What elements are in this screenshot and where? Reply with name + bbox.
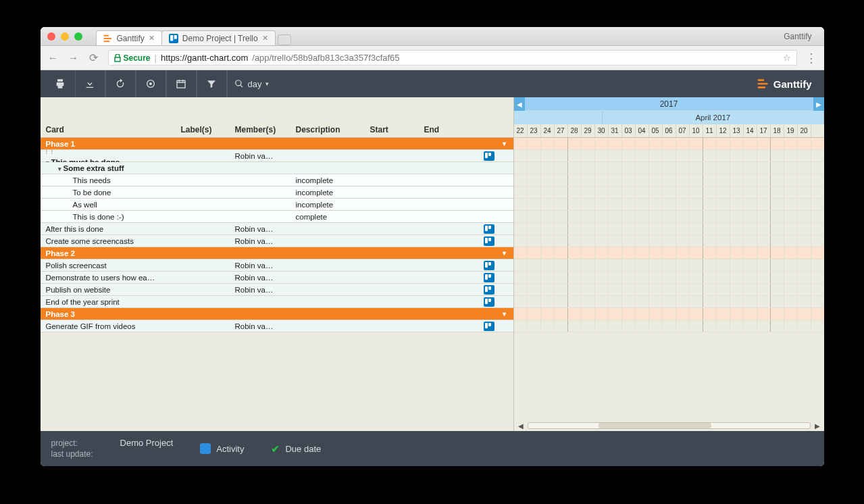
trello-link-icon[interactable] (484, 297, 494, 307)
trello-link-icon[interactable] (484, 261, 494, 270)
gantt-row[interactable] (514, 162, 824, 174)
day-cell[interactable]: 27 (555, 124, 568, 137)
trello-link-icon[interactable] (484, 236, 494, 246)
expand-toggle-icon[interactable]: ▾ (58, 166, 63, 172)
day-cell[interactable]: 13 (730, 124, 744, 137)
trello-link-icon[interactable] (484, 224, 494, 234)
gantt-row[interactable] (514, 320, 824, 332)
day-cell[interactable]: 31 (609, 124, 622, 137)
phase-collapse-button[interactable]: ▾ (499, 308, 511, 320)
day-cell[interactable]: 06 (663, 124, 676, 137)
gantt-row[interactable] (514, 138, 824, 150)
gantt-row[interactable] (514, 284, 824, 296)
phase-row[interactable]: Phase 2▾ (41, 247, 513, 259)
day-cell[interactable]: 10 (690, 124, 703, 137)
scroll-right-button[interactable]: ▶ (813, 422, 821, 430)
browser-tab-ganttify[interactable]: Ganttify ✕ (96, 30, 162, 45)
phase-row[interactable]: Phase 3▾ (41, 308, 513, 320)
close-tab-icon[interactable]: ✕ (262, 34, 268, 43)
scroll-left-button[interactable]: ◀ (517, 422, 525, 430)
gantt-row[interactable] (514, 211, 824, 223)
gantt-row[interactable] (514, 150, 824, 162)
print-button[interactable] (46, 70, 76, 97)
close-tab-icon[interactable]: ✕ (149, 34, 155, 43)
scroll-track[interactable] (528, 422, 811, 429)
day-cell[interactable]: 03 (622, 124, 636, 137)
url-field[interactable]: Secure | https://gantt-chart.com/app/tre… (108, 50, 797, 66)
gantt-row[interactable] (514, 235, 824, 247)
task-row[interactable]: Create some screencastsRobin va… (41, 235, 513, 247)
forward-button[interactable]: → (68, 52, 80, 64)
trello-link-icon[interactable] (484, 322, 494, 331)
task-row[interactable]: Polish screencastRobin va… (41, 259, 513, 272)
day-cell[interactable]: 14 (744, 124, 757, 137)
task-row[interactable]: As wellincomplete (41, 199, 513, 211)
download-button[interactable] (76, 70, 105, 97)
filter-button[interactable] (197, 70, 227, 97)
day-cell[interactable]: 05 (649, 124, 663, 137)
day-cell[interactable]: 18 (771, 124, 784, 137)
day-cell[interactable]: 11 (703, 124, 717, 137)
day-cell[interactable]: 24 (541, 124, 555, 137)
bookmark-icon[interactable]: ☆ (783, 53, 791, 63)
new-tab-button[interactable] (278, 34, 291, 45)
col-header-description[interactable]: Description (290, 125, 365, 134)
task-row[interactable]: Generate GIF from videosRobin va… (41, 320, 513, 332)
day-cell[interactable]: 19 (784, 124, 798, 137)
day-cell[interactable]: 28 (568, 124, 582, 137)
refresh-button[interactable] (106, 70, 136, 97)
gantt-row[interactable] (514, 199, 824, 211)
timeline-prev-button[interactable]: ◀ (514, 97, 525, 111)
day-cell[interactable]: 20 (798, 124, 811, 137)
gantt-row[interactable] (514, 308, 824, 320)
timeline-next-button[interactable]: ▶ (813, 97, 824, 111)
calendar-button[interactable] (167, 70, 197, 97)
day-cell[interactable]: 07 (676, 124, 690, 137)
day-cell[interactable]: 04 (636, 124, 649, 137)
col-header-card[interactable]: Card (41, 125, 176, 134)
close-window-button[interactable] (47, 32, 55, 41)
phase-collapse-button[interactable]: ▾ (499, 247, 511, 259)
record-button[interactable] (136, 70, 166, 97)
task-row[interactable]: This needsincomplete (41, 174, 513, 186)
year-label: 2017 (660, 99, 678, 109)
gantt-row[interactable] (514, 296, 824, 308)
gantt-row[interactable] (514, 247, 824, 259)
trello-link-icon[interactable] (484, 273, 494, 282)
gantt-row[interactable] (514, 259, 824, 272)
browser-tab-trello[interactable]: Demo Project | Trello ✕ (161, 30, 276, 45)
task-row[interactable]: Demonstrate to users how ea…Robin va… (41, 272, 513, 284)
maximize-window-button[interactable] (74, 32, 82, 41)
gantt-row[interactable] (514, 186, 824, 199)
minimize-window-button[interactable] (61, 32, 69, 41)
scroll-thumb[interactable] (599, 423, 711, 428)
browser-menu-icon[interactable]: ⋮ (805, 51, 817, 66)
task-row[interactable]: ⋮⋮▾This must be doneRobin va… (41, 150, 513, 162)
task-row[interactable]: Publish on websiteRobin va… (41, 284, 513, 296)
task-row[interactable]: ▾Some extra stuff (41, 162, 513, 174)
col-header-end[interactable]: End (419, 125, 507, 134)
col-header-start[interactable]: Start (365, 125, 419, 134)
gantt-row[interactable] (514, 272, 824, 284)
day-cell[interactable]: 23 (528, 124, 541, 137)
gantt-row[interactable] (514, 174, 824, 186)
trello-link-icon[interactable] (484, 151, 494, 161)
task-row[interactable]: To be doneincomplete (41, 186, 513, 199)
drag-handle-icon[interactable]: ⋮⋮ (46, 146, 53, 158)
col-header-label[interactable]: Label(s) (176, 125, 230, 134)
day-cell[interactable]: 30 (595, 124, 609, 137)
zoom-selector[interactable]: day ▾ (228, 79, 276, 89)
phase-collapse-button[interactable]: ▾ (499, 138, 511, 150)
day-cell[interactable]: 12 (717, 124, 730, 137)
day-cell[interactable]: 22 (514, 124, 528, 137)
trello-link-icon[interactable] (484, 285, 494, 295)
task-row[interactable]: This is done :-)complete (41, 211, 513, 223)
col-header-member[interactable]: Member(s) (230, 125, 290, 134)
gantt-row[interactable] (514, 223, 824, 235)
day-cell[interactable]: 29 (582, 124, 595, 137)
reload-button[interactable]: ⟳ (88, 51, 100, 64)
day-cell[interactable]: 17 (757, 124, 771, 137)
task-row[interactable]: End of the year sprint (41, 296, 513, 308)
back-button[interactable]: ← (47, 52, 59, 64)
task-row[interactable]: After this is doneRobin va… (41, 223, 513, 235)
